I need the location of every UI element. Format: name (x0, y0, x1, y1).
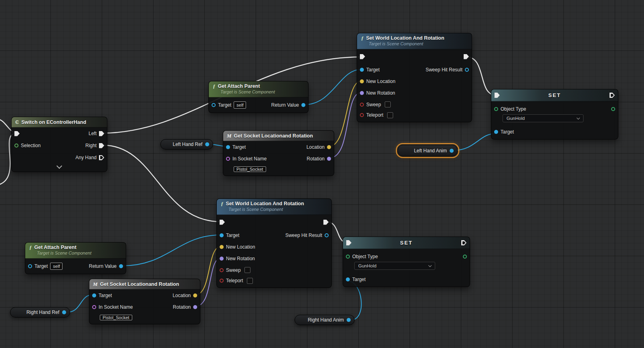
object-type-dropdown[interactable]: GunHold (354, 262, 435, 270)
output-pin[interactable] (450, 149, 454, 153)
node-switch-on-econtrollerhand[interactable]: Є Switch on EControllerHand Left Selecti… (11, 117, 107, 172)
target-pin[interactable] (28, 264, 32, 268)
sweep-pin[interactable] (360, 103, 364, 107)
node-set-gunhold-top[interactable]: SET Object Type GunHold Target (491, 89, 618, 140)
object-type-in-pin[interactable] (494, 107, 498, 111)
rotation-pin[interactable] (193, 305, 197, 309)
target-pin[interactable] (346, 277, 350, 281)
left-exec-out-pin[interactable] (99, 131, 104, 136)
node-header[interactable]: M Get Socket Locationand Rotation (89, 279, 200, 289)
teleport-label: Teleport (226, 278, 243, 283)
new-location-pin[interactable] (360, 79, 364, 83)
node-header[interactable]: SET (491, 89, 618, 101)
node-subtitle: Target is Scene Component (369, 41, 468, 46)
return-value-pin[interactable] (119, 264, 123, 268)
teleport-checkbox[interactable] (247, 278, 253, 284)
exec-out-pin[interactable] (461, 240, 466, 245)
target-pin[interactable] (360, 68, 364, 72)
in-socket-name-pin[interactable] (226, 157, 230, 161)
node-header[interactable]: ƒGet Attach Parent Target is Scene Compo… (25, 243, 126, 259)
node-set-gunhold-bottom[interactable]: SET Object Type GunHold Target (343, 237, 470, 287)
target-label: Target (366, 67, 380, 73)
target-pin[interactable] (494, 130, 498, 134)
in-socket-name-pin[interactable] (92, 305, 96, 309)
teleport-pin[interactable] (220, 279, 224, 283)
node-header[interactable]: M Get Socket Locationand Rotation (223, 131, 334, 141)
exec-out-pin[interactable] (464, 54, 469, 59)
object-type-in-pin[interactable] (346, 255, 350, 259)
selection-pin[interactable] (14, 144, 18, 148)
right-exec-out-pin[interactable] (99, 143, 104, 148)
object-type-out-pin[interactable] (611, 107, 615, 111)
rotation-label: Rotation (307, 156, 325, 162)
target-label: Target (501, 129, 514, 135)
target-label: Target (218, 102, 231, 108)
node-right-hand-ref[interactable]: Right Hand Ref (10, 307, 70, 318)
teleport-pin[interactable] (360, 113, 364, 117)
node-header[interactable]: ƒGet Attach Parent Target is Scene Compo… (209, 81, 308, 97)
socket-name-field[interactable]: Pistol_Socket (234, 166, 266, 172)
output-pin[interactable] (347, 318, 351, 322)
exec-out-pin[interactable] (610, 93, 615, 98)
target-self-field[interactable]: self (234, 101, 246, 109)
blueprint-canvas[interactable]: Є Switch on EControllerHand Left Selecti… (0, 0, 644, 348)
sweep-checkbox[interactable] (244, 267, 250, 273)
in-socket-name-label: In Socket Name (232, 156, 266, 162)
return-value-pin[interactable] (301, 103, 305, 107)
variable-label: Left Hand Anim (414, 148, 447, 154)
sweep-hit-result-label: Sweep Hit Result (426, 67, 462, 73)
exec-out-pin[interactable] (323, 220, 329, 225)
target-pin[interactable] (226, 145, 230, 149)
node-get-attach-parent-top[interactable]: ƒGet Attach Parent Target is Scene Compo… (208, 81, 309, 113)
node-right-hand-anim[interactable]: Right Hand Anim (295, 315, 355, 325)
socket-name-field[interactable]: Pistol_Socket (100, 315, 132, 320)
node-get-socket-location-rotation-top[interactable]: M Get Socket Locationand Rotation Target… (223, 130, 334, 176)
target-label: Target (34, 263, 48, 269)
target-pin[interactable] (220, 233, 224, 237)
target-pin[interactable] (212, 103, 216, 107)
node-title: Set World Location And Rotation (366, 35, 444, 41)
chevron-down-icon[interactable] (57, 163, 62, 169)
new-location-pin[interactable] (220, 245, 224, 249)
sweep-checkbox[interactable] (385, 101, 391, 107)
exec-in-pin[interactable] (220, 220, 225, 225)
node-title: Switch on EControllerHand (21, 119, 86, 125)
location-pin[interactable] (193, 293, 197, 297)
node-left-hand-anim[interactable]: Left Hand Anim (398, 145, 458, 156)
exec-in-pin[interactable] (495, 93, 500, 98)
node-header[interactable]: ƒSet World Location And Rotation Target … (357, 33, 472, 49)
node-set-world-location-rotation-top[interactable]: ƒSet World Location And Rotation Target … (357, 33, 472, 122)
new-rotation-pin[interactable] (220, 257, 224, 261)
node-header[interactable]: SET (343, 237, 470, 249)
object-type-dropdown[interactable]: GunHold (503, 114, 583, 122)
node-left-hand-ref[interactable]: Left Hand Ref (160, 139, 213, 150)
exec-in-pin[interactable] (360, 54, 365, 59)
function-icon: ƒ (213, 83, 216, 89)
node-subtitle: Target is Scene Component (37, 251, 122, 255)
teleport-checkbox[interactable] (387, 112, 393, 118)
output-pin[interactable] (205, 142, 209, 146)
target-self-field[interactable]: self (50, 263, 63, 270)
node-get-attach-parent-bottom[interactable]: ƒGet Attach Parent Target is Scene Compo… (25, 242, 126, 274)
sweep-label: Sweep (226, 267, 241, 273)
sweep-pin[interactable] (220, 268, 224, 272)
node-header[interactable]: Є Switch on EControllerHand (12, 117, 107, 127)
sweep-hit-result-pin[interactable] (465, 68, 469, 72)
node-get-socket-location-rotation-bottom[interactable]: M Get Socket Locationand Rotation Target… (89, 279, 200, 324)
new-rotation-pin[interactable] (360, 91, 364, 95)
sweep-hit-result-pin[interactable] (325, 233, 329, 237)
object-type-out-pin[interactable] (463, 255, 467, 259)
location-label: Location (307, 144, 325, 150)
target-pin[interactable] (92, 293, 96, 297)
any-hand-exec-out-pin[interactable] (99, 155, 104, 160)
node-header[interactable]: ƒSet World Location And Rotation Target … (217, 199, 331, 215)
rotation-pin[interactable] (327, 157, 331, 161)
exec-in-pin[interactable] (346, 240, 351, 245)
node-title: SET (351, 240, 461, 246)
dropdown-value: GunHold (507, 116, 525, 121)
node-set-world-location-rotation-bottom[interactable]: ƒSet World Location And Rotation Target … (216, 198, 332, 288)
location-pin[interactable] (327, 145, 331, 149)
exec-in-pin[interactable] (14, 131, 20, 136)
output-pin[interactable] (62, 310, 66, 314)
target-label: Target (232, 144, 246, 150)
